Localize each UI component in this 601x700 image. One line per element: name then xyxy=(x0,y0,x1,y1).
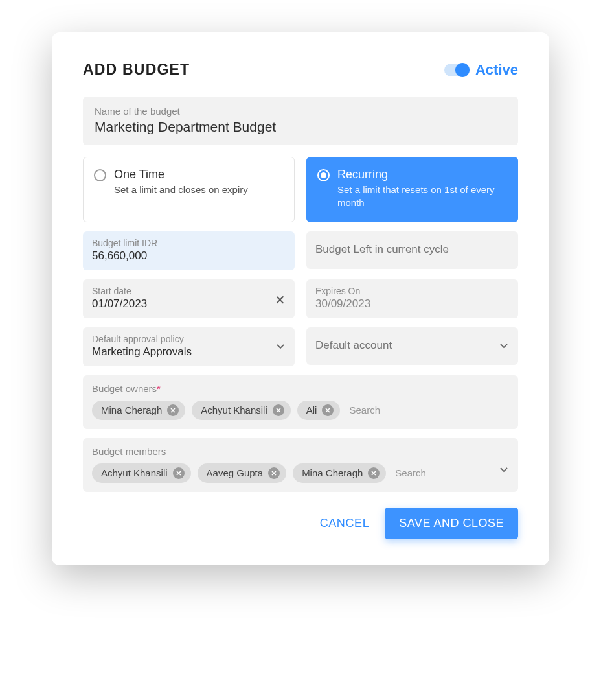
owner-chip: Mina Cheragh xyxy=(92,401,185,420)
budget-members-field[interactable]: Budget members Achyut Khansili Aaveg Gup… xyxy=(83,438,518,492)
remove-chip-icon[interactable] xyxy=(268,467,280,479)
budget-name-value: Marketing Department Budget xyxy=(95,119,506,135)
budget-left-field: Budget Left in current cycle xyxy=(306,231,518,269)
one-time-option[interactable]: One Time Set a limit and closes on expir… xyxy=(83,157,295,222)
limit-row: Budget limit IDR 56,660,000 Budget Left … xyxy=(83,231,518,270)
start-date-label: Start date xyxy=(92,286,286,296)
default-account-select[interactable]: Default account xyxy=(306,327,518,365)
active-toggle[interactable] xyxy=(444,64,469,76)
budget-type-row: One Time Set a limit and closes on expir… xyxy=(83,157,518,222)
cancel-button[interactable]: CANCEL xyxy=(320,517,370,530)
remove-chip-icon[interactable] xyxy=(368,467,380,479)
one-time-title: One Time xyxy=(114,168,248,181)
budget-limit-field[interactable]: Budget limit IDR 56,660,000 xyxy=(83,231,295,270)
radio-unchecked-icon xyxy=(94,169,106,181)
budget-left-placeholder: Budget Left in current cycle xyxy=(315,243,449,256)
budget-name-field[interactable]: Name of the budget Marketing Department … xyxy=(83,97,518,145)
budget-members-label: Budget members xyxy=(92,446,509,457)
budget-limit-value: 56,660,000 xyxy=(92,250,286,262)
expires-on-field[interactable]: Expires On 30/09/2023 xyxy=(306,279,518,318)
approval-policy-select[interactable]: Default approval policy Marketing Approv… xyxy=(83,327,295,366)
chevron-down-icon xyxy=(500,344,508,349)
active-label: Active xyxy=(475,62,518,78)
chevron-down-icon xyxy=(277,344,284,349)
member-chip: Aaveg Gupta xyxy=(198,463,287,483)
budget-limit-label: Budget limit IDR xyxy=(92,238,286,248)
chevron-down-icon xyxy=(500,467,508,472)
members-search-input[interactable]: Search xyxy=(392,467,426,478)
recurring-title: Recurring xyxy=(337,168,507,181)
expires-on-label: Expires On xyxy=(315,286,509,296)
remove-chip-icon[interactable] xyxy=(167,404,179,416)
budget-owners-label: Budget owners* xyxy=(92,383,509,394)
save-and-close-button[interactable]: SAVE AND CLOSE xyxy=(385,508,518,539)
remove-chip-icon[interactable] xyxy=(173,467,185,479)
owner-chip: Ali xyxy=(297,401,341,420)
remove-chip-icon[interactable] xyxy=(322,404,334,416)
start-date-value: 01/07/2023 xyxy=(92,298,286,310)
expires-on-value: 30/09/2023 xyxy=(315,298,509,310)
toggle-knob-icon xyxy=(455,63,470,77)
policy-row: Default approval policy Marketing Approv… xyxy=(83,327,518,366)
dialog-title: ADD BUDGET xyxy=(83,61,190,78)
owners-search-input[interactable]: Search xyxy=(346,404,380,415)
active-toggle-group: Active xyxy=(444,62,518,78)
dates-row: Start date 01/07/2023 ✕ Expires On 30/09… xyxy=(83,279,518,318)
owners-chips: Mina Cheragh Achyut Khansili Ali Search xyxy=(92,401,509,420)
member-chip: Mina Cheragh xyxy=(293,463,386,483)
members-chips: Achyut Khansili Aaveg Gupta Mina Cheragh… xyxy=(92,463,509,483)
default-account-placeholder: Default account xyxy=(315,339,392,352)
recurring-option[interactable]: Recurring Set a limit that resets on 1st… xyxy=(306,157,518,222)
owner-chip: Achyut Khansili xyxy=(192,401,291,420)
approval-policy-label: Default approval policy xyxy=(92,334,286,344)
one-time-sub: Set a limit and closes on expiry xyxy=(114,183,248,196)
approval-policy-value: Marketing Approvals xyxy=(92,345,286,358)
add-budget-dialog: ADD BUDGET Active Name of the budget Mar… xyxy=(52,32,549,565)
start-date-field[interactable]: Start date 01/07/2023 ✕ xyxy=(83,279,295,318)
clear-start-date-icon[interactable]: ✕ xyxy=(275,294,286,307)
budget-owners-field[interactable]: Budget owners* Mina Cheragh Achyut Khans… xyxy=(83,375,518,429)
member-chip: Achyut Khansili xyxy=(92,463,191,483)
remove-chip-icon[interactable] xyxy=(273,404,284,416)
budget-name-label: Name of the budget xyxy=(95,106,506,117)
radio-checked-icon xyxy=(317,169,330,181)
dialog-header: ADD BUDGET Active xyxy=(83,61,518,78)
dialog-footer: CANCEL SAVE AND CLOSE xyxy=(83,508,518,539)
recurring-sub: Set a limit that resets on 1st of every … xyxy=(337,183,507,210)
